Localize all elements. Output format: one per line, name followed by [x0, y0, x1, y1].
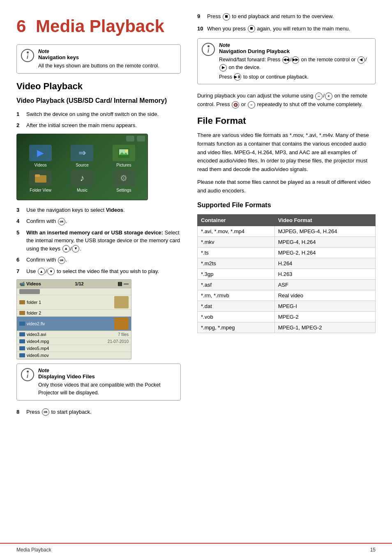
- mute-symbol: 🔇: [232, 101, 239, 109]
- table-row: *.avi, *.mov, *.mp4MJPEG, MPEG-4, H.264: [198, 226, 376, 237]
- file-format-title: File Format: [197, 116, 376, 126]
- step-3: 3 Use the navigation keys to select Vide…: [16, 206, 181, 214]
- steps-list: 1 Switch the device on using the on/off …: [16, 110, 181, 130]
- cell-format: MPEG-I: [274, 301, 375, 312]
- volume-text: During playback you can adjust the volum…: [197, 92, 376, 109]
- menu-label-pictures: Pictures: [116, 163, 131, 167]
- cell-format: H.264: [274, 258, 375, 269]
- menu-screenshot: ▶ Videos ⇒ Source: [16, 134, 148, 200]
- step-8: 8 Press ok to start playback.: [16, 408, 181, 416]
- table-row: *.tsMPEG-2, H.264: [198, 248, 376, 258]
- note-label: Note: [38, 49, 49, 54]
- fb-video-icon: [19, 353, 25, 357]
- page-footer: Media Playback 15: [0, 543, 392, 556]
- vol-plus-symbol: +: [325, 93, 332, 100]
- ok-symbol: ok: [58, 257, 65, 264]
- fb-video5-name: video5.mp4: [27, 346, 49, 351]
- note-body-displaying: Only those videos that are compatible wi…: [38, 381, 176, 397]
- menu-top-bar: [126, 136, 145, 141]
- section-title-video: Video Playback: [16, 81, 181, 92]
- note-displaying-video: Note Displaying Video Files Only those v…: [16, 364, 181, 401]
- down-symbol: ▼: [72, 245, 79, 253]
- fb-video-thumb: [114, 317, 129, 330]
- vol-minus-symbol2: −: [248, 101, 255, 109]
- cell-format: MPEG-4, H.264: [274, 237, 375, 248]
- step-10: 10 When you press ⏹ again, you will retu…: [197, 25, 376, 33]
- fb-folder-2: folder 2: [17, 310, 131, 317]
- note-body: All the keys shown are buttons on the re…: [38, 62, 159, 70]
- file-format-note: Please note that some files cannot be pl…: [197, 178, 376, 195]
- fb-folder-icon: [19, 311, 25, 315]
- menu-item-folder: Folder View: [21, 170, 60, 192]
- ok-symbol: ok: [58, 218, 65, 225]
- top-bar-item: [126, 136, 134, 141]
- fb-video-icon: [19, 322, 25, 326]
- step-7: 7 Use ▲/▼ to select the video file that …: [16, 267, 181, 276]
- cell-format: ASF: [274, 280, 375, 290]
- fb-header: 📹 Videos 1/12 ▤ —: [17, 280, 131, 288]
- right-column: 9 Press ⏹ to end playback and return to …: [193, 12, 376, 420]
- menu-item-source: ⇒ Source: [62, 145, 101, 167]
- fb-video4: video4.mpg 21-07-2010: [17, 338, 131, 345]
- fb-video4-info: 21-07-2010: [108, 339, 129, 344]
- step-4: 4 Confirm with ok.: [16, 217, 181, 225]
- note-icon: [202, 43, 215, 56]
- table-row: *.vobMPEG-2: [198, 312, 376, 322]
- svg-point-3: [125, 150, 128, 152]
- cell-container: *.asf: [198, 280, 275, 290]
- fb-icon-1: ▤: [118, 281, 122, 287]
- cell-container: *.avi, *.mov, *.mp4: [198, 226, 275, 237]
- svg-rect-5: [35, 174, 40, 177]
- step-6: 6 Confirm with ok.: [16, 256, 181, 264]
- fb-video4-name: video4.mpg: [27, 339, 49, 344]
- cell-container: *.dat: [198, 301, 275, 312]
- fb-icons: ▤ —: [118, 281, 129, 287]
- top-bar-item: [137, 136, 145, 141]
- cell-format: MPEG-2: [274, 312, 375, 322]
- menu-label-videos: Videos: [34, 163, 46, 167]
- vol-minus-symbol: −: [315, 93, 323, 100]
- table-row: *.m2tsH.264: [198, 258, 376, 269]
- fb-video-icon: [19, 346, 25, 350]
- up-symbol: ▲: [62, 245, 70, 253]
- fb-folder-2-name: folder 2: [27, 310, 41, 315]
- left-symbol: ◀: [357, 56, 365, 64]
- menu-item-videos: ▶ Videos: [21, 145, 60, 167]
- playpause-symbol: ▶⏸: [234, 73, 241, 81]
- steps-3-7: 3 Use the navigation keys to select Vide…: [16, 206, 181, 276]
- note-title-nav-during: Navigation During Playback: [219, 48, 371, 54]
- videos-icon-box: ▶: [29, 145, 52, 161]
- music-icon-box: ♪: [71, 170, 93, 186]
- menu-grid: ▶ Videos ⇒ Source: [17, 138, 148, 196]
- fb-video2-name: video2.flv: [27, 321, 45, 326]
- file-format-desc: There are various video file formats as …: [197, 131, 376, 174]
- settings-icon-box: ⚙: [113, 170, 135, 186]
- left-column: 6 Media Playback Note Navigation keys Al…: [16, 12, 193, 420]
- note-label: Note: [38, 368, 49, 373]
- cell-format: MPEG-2, H.264: [274, 248, 375, 258]
- pictures-icon-box: [113, 145, 135, 161]
- fwd-symbol: ▶▶: [292, 56, 299, 64]
- col-video-format: Video Format: [274, 215, 375, 226]
- note-content: Note Displaying Video Files Only those v…: [38, 367, 176, 397]
- ok-symbol: ok: [42, 408, 49, 416]
- menu-label-settings: Settings: [116, 188, 131, 192]
- cell-container: *.m2ts: [198, 258, 275, 269]
- step-5: 5 With an inserted memory card or USB st…: [16, 229, 181, 253]
- fb-icon-2: —: [124, 281, 129, 287]
- col-container: Container: [198, 215, 275, 226]
- table-row: *.3gpH.263: [198, 269, 376, 280]
- step-10-list: 10 When you press ⏹ again, you will retu…: [197, 25, 376, 33]
- table-row: *.datMPEG-I: [198, 301, 376, 312]
- cell-format: MJPEG, MPEG-4, H.264: [274, 226, 375, 237]
- step-1: 1 Switch the device on using the on/off …: [16, 110, 181, 118]
- menu-item-settings: ⚙ Settings: [104, 170, 143, 192]
- format-table: Container Video Format *.avi, *.mov, *.m…: [197, 214, 376, 333]
- fb-video6: video6.mov: [17, 352, 131, 359]
- note-content: Note Navigation keys All the keys shown …: [38, 48, 159, 70]
- fb-video-icon: [19, 339, 25, 343]
- step-9-list: 9 Press ⏹ to end playback and return to …: [197, 12, 376, 21]
- page-title: 6 Media Playback: [16, 12, 181, 36]
- file-browser-screenshot: 📹 Videos 1/12 ▤ — folder 1: [16, 279, 131, 359]
- table-row: *.mpg, *.mpegMPEG-1, MPEG-2: [198, 322, 376, 333]
